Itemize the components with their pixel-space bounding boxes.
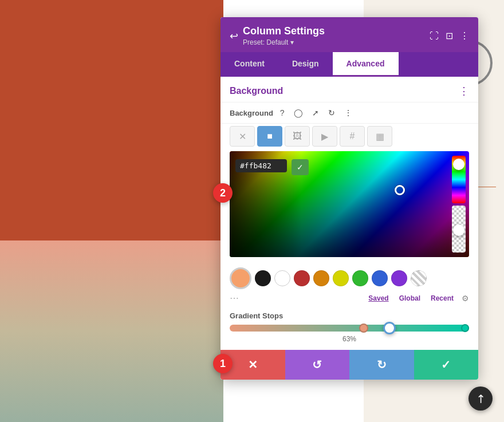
more-ctrl-icon[interactable]: ⋮: [342, 107, 355, 119]
action-bar: ✕ ↺ ↻ ✓: [220, 350, 478, 380]
badge-2: 2: [213, 183, 233, 203]
hue-slider[interactable]: [452, 156, 466, 203]
panel-header-icons: ⛶ ⊡ ⋮: [430, 30, 469, 41]
opacity-slider[interactable]: [452, 206, 466, 253]
swatch-blue[interactable]: [372, 270, 388, 286]
nav-arrow-btn[interactable]: ↗: [468, 386, 493, 411]
columns-icon[interactable]: ⊡: [446, 30, 453, 41]
tab-advanced[interactable]: Advanced: [333, 52, 399, 77]
bg-none-btn[interactable]: ✕: [230, 126, 255, 147]
bg-type-row: ✕ ■ 🖼 ▶ # ▦: [220, 124, 478, 151]
bg-video-btn[interactable]: ▶: [312, 126, 337, 147]
swatch-purple[interactable]: [391, 270, 407, 286]
swatch-black[interactable]: [255, 270, 271, 286]
color-picker-area[interactable]: ✓: [230, 151, 469, 257]
gradient-stop-slider[interactable]: [230, 325, 469, 332]
bg-left-bottom: [0, 240, 223, 422]
section-title: Background: [230, 86, 283, 96]
reset-icon[interactable]: ↻: [326, 107, 337, 119]
hue-thumb[interactable]: [453, 159, 464, 170]
badge-1: 1: [213, 354, 233, 373]
undo-button[interactable]: ↺: [285, 350, 350, 380]
section-header: Background ⋮: [220, 77, 478, 102]
swatch-striped[interactable]: [411, 270, 427, 286]
bg-image-btn[interactable]: 🖼: [285, 126, 310, 147]
palette-footer: ⋯ Saved Global Recent ⚙: [220, 290, 478, 307]
stop-end-dot: [461, 324, 469, 332]
expand-icon[interactable]: ⛶: [430, 31, 439, 41]
tab-bar: Content Design Advanced: [220, 52, 478, 77]
tab-content[interactable]: Content: [220, 52, 278, 77]
gradient-stops-section: Gradient Stops 63%: [220, 307, 478, 350]
help-icon[interactable]: ?: [278, 107, 287, 119]
redo-button[interactable]: ↻: [349, 350, 414, 380]
bg-controls-row: Background ? ◯ ➚ ↻ ⋮: [220, 102, 478, 124]
color-tab-recent[interactable]: Recent: [428, 293, 456, 303]
stop-percentage: 63%: [230, 335, 469, 343]
swatch-orange[interactable]: [313, 270, 329, 286]
mobile-icon[interactable]: ◯: [292, 107, 305, 119]
section-menu-icon[interactable]: ⋮: [459, 85, 469, 97]
gradient-stops-label: Gradient Stops: [230, 311, 469, 320]
picker-sliders: [448, 151, 469, 257]
swatch-white[interactable]: [274, 270, 290, 286]
bg-color-btn[interactable]: ■: [257, 126, 282, 147]
active-color-swatch[interactable]: [230, 267, 251, 289]
color-settings-icon[interactable]: ⚙: [462, 294, 469, 303]
panel-header: ↩ Column Settings Preset: Default ▾ ⛶ ⊡ …: [220, 17, 478, 52]
color-tab-saved[interactable]: Saved: [366, 293, 391, 303]
bg-pattern-btn[interactable]: #: [340, 126, 365, 147]
stop-thumb-active[interactable]: [383, 322, 396, 334]
bg-mask-btn[interactable]: ▦: [367, 126, 392, 147]
panel-preset[interactable]: Preset: Default ▾: [243, 38, 325, 46]
nav-arrow-icon: ↗: [472, 391, 489, 407]
bg-label: Background: [230, 109, 273, 117]
stop-thumb-left[interactable]: [359, 324, 368, 333]
panel-body: Background ⋮ Background ? ◯ ➚ ↻ ⋮ ✕ ■ 🖼 …: [220, 77, 478, 380]
swatch-green[interactable]: [352, 270, 368, 286]
palette-container: [220, 264, 478, 290]
column-settings-panel: ↩ Column Settings Preset: Default ▾ ⛶ ⊡ …: [220, 17, 478, 380]
back-arrow-icon[interactable]: ↩: [230, 30, 238, 42]
more-swatches-icon[interactable]: ⋯: [230, 293, 239, 303]
hex-input[interactable]: [235, 159, 287, 172]
color-tab-global[interactable]: Global: [397, 293, 423, 303]
swatch-yellow[interactable]: [333, 270, 349, 286]
save-button[interactable]: ✓: [414, 350, 479, 380]
opacity-thumb[interactable]: [453, 224, 464, 236]
more-options-icon[interactable]: ⋮: [460, 30, 469, 41]
swatch-red[interactable]: [294, 270, 310, 286]
panel-title: Column Settings: [243, 25, 325, 37]
hex-confirm-btn[interactable]: ✓: [292, 159, 309, 175]
color-tabs: Saved Global Recent ⚙: [366, 293, 469, 303]
bg-left-top: [0, 0, 223, 240]
header-left: ↩ Column Settings Preset: Default ▾: [230, 25, 325, 46]
cursor-icon[interactable]: ➚: [310, 107, 321, 119]
tab-design[interactable]: Design: [278, 52, 333, 77]
